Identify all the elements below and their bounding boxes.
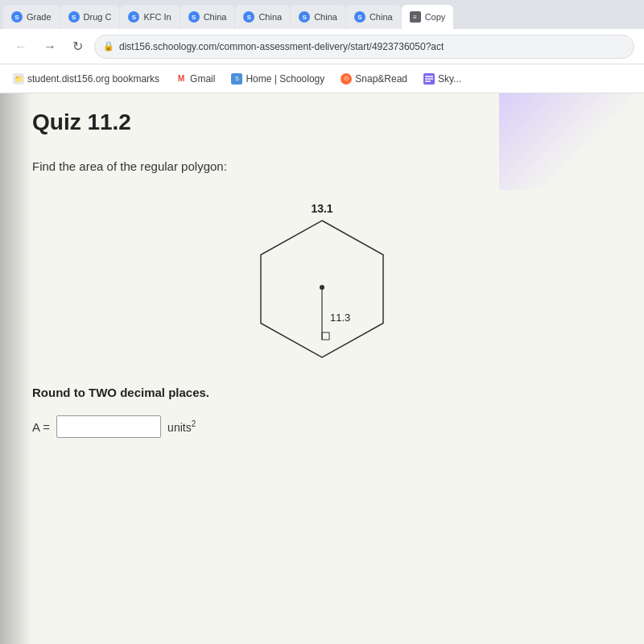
bookmark-label-sky: Sky... — [438, 73, 461, 85]
page-content: Quiz 11.2 Find the area of the regular p… — [0, 93, 644, 644]
forward-button[interactable]: → — [39, 36, 61, 57]
folder-icon: 📁 — [13, 73, 24, 85]
question-text: Find the area of the regular polygon: — [32, 159, 612, 173]
bookmark-label-student: student.dist156.org bookmarks — [27, 73, 159, 85]
gmail-icon: M — [175, 73, 187, 85]
tab-drug[interactable]: S Drug C — [60, 5, 120, 29]
label-top: 13.1 — [311, 202, 332, 215]
answer-row: A = units2 — [32, 415, 612, 438]
bookmark-schoology[interactable]: S Home | Schoology — [228, 72, 328, 86]
tab-label-drug: Drug C — [84, 12, 112, 22]
tab-icon-drug: S — [68, 11, 80, 23]
browser-window: S Grade S Drug C S KFC In S China S Chin… — [0, 0, 644, 644]
round-instruction: Round to TWO decimal places. — [32, 386, 612, 399]
schoology-icon: S — [231, 73, 242, 85]
bookmark-student[interactable]: 📁 student.dist156.org bookmarks — [10, 72, 163, 86]
tab-icon-kfc: S — [128, 11, 139, 23]
answer-input[interactable] — [56, 415, 161, 438]
tab-grade[interactable]: S Grade — [3, 5, 60, 29]
tab-label-china2: China — [258, 12, 282, 22]
back-button[interactable]: ← — [10, 36, 32, 57]
page-inner: Quiz 11.2 Find the area of the regular p… — [0, 93, 644, 644]
diagram-container: 13.1 11.3 — [32, 192, 612, 361]
address-text: dist156.schoology.com/common-assessment-… — [119, 41, 444, 52]
tab-copy[interactable]: ≡ Copy — [402, 5, 454, 29]
lock-icon: 🔒 — [103, 41, 114, 52]
nav-bar: ← → ↻ 🔒 dist156.schoology.com/common-ass… — [0, 29, 644, 64]
tab-icon-copy: ≡ — [410, 11, 421, 23]
tab-bar: S Grade S Drug C S KFC In S China S Chin… — [0, 0, 644, 29]
tab-icon-grade: S — [11, 11, 23, 23]
right-angle-marker — [322, 332, 329, 340]
bookmark-label-gmail: Gmail — [190, 73, 215, 85]
tab-icon-china3: S — [299, 11, 310, 23]
quiz-title: Quiz 11.2 — [32, 109, 612, 135]
tab-icon-china4: S — [354, 11, 365, 23]
hexagon-svg: 13.1 11.3 — [225, 192, 419, 369]
snapread-icon: ⊙ — [341, 73, 352, 85]
tab-label-copy: Copy — [425, 12, 446, 22]
refresh-button[interactable]: ↻ — [68, 35, 88, 57]
tab-china3[interactable]: S China — [291, 5, 345, 29]
tab-china1[interactable]: S China — [180, 5, 235, 29]
tab-kfc[interactable]: S KFC In — [120, 5, 179, 29]
tab-label-china3: China — [314, 12, 337, 22]
tab-label-grade: Grade — [27, 12, 52, 22]
tab-label-china4: China — [369, 12, 393, 22]
bookmark-label-snapread: Snap&Read — [355, 73, 407, 85]
address-bar[interactable]: 🔒 dist156.schoology.com/common-assessmen… — [94, 35, 634, 59]
label-apothem: 11.3 — [330, 312, 350, 324]
tab-label-kfc: KFC In — [143, 12, 171, 22]
tab-china4[interactable]: S China — [346, 5, 401, 29]
tab-icon-china1: S — [188, 11, 200, 23]
tab-label-china1: China — [204, 12, 227, 22]
tab-china2[interactable]: S China — [235, 5, 290, 29]
units-label: units2 — [167, 419, 196, 434]
hex-svg-wrapper: 13.1 11.3 — [225, 192, 419, 361]
sky-icon — [423, 73, 435, 85]
tab-icon-china2: S — [243, 11, 254, 23]
answer-label: A = — [32, 420, 50, 434]
bookmark-gmail[interactable]: M Gmail — [172, 72, 218, 86]
bookmark-sky[interactable]: Sky... — [420, 72, 464, 86]
bookmarks-bar: 📁 student.dist156.org bookmarks M Gmail … — [0, 64, 644, 93]
bookmark-label-schoology: Home | Schoology — [246, 73, 324, 85]
bookmark-snapread[interactable]: ⊙ Snap&Read — [337, 72, 411, 86]
